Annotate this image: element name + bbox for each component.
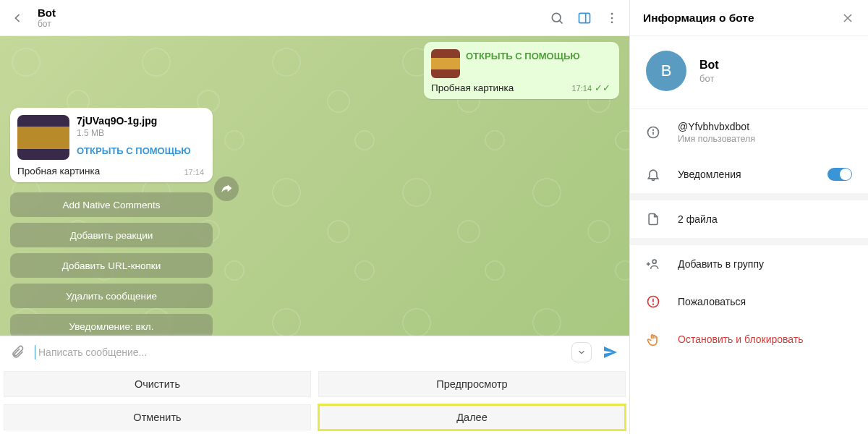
back-button[interactable]	[10, 11, 25, 25]
notifications-toggle[interactable]	[827, 168, 852, 181]
composer	[0, 336, 629, 367]
files-label: 2 файла	[678, 213, 852, 225]
info-icon	[646, 125, 662, 140]
svg-point-5	[611, 21, 613, 23]
add-to-group-row[interactable]: Добавить в группу	[630, 245, 868, 283]
message-time: 17:14	[184, 168, 204, 176]
message-caption: Пробная картинка	[17, 160, 205, 176]
svg-point-9	[652, 260, 656, 263]
svg-point-8	[653, 129, 654, 130]
message-time: 17:14	[571, 84, 592, 93]
file-thumbnail[interactable]	[431, 49, 460, 78]
avatar[interactable]: B	[646, 51, 686, 91]
sidebar-toggle-icon[interactable]	[577, 11, 592, 25]
svg-point-4	[611, 17, 613, 19]
bell-icon	[646, 167, 662, 182]
chat-header: Bot бот	[0, 0, 629, 36]
username-value: @Yfvbhvbxdbot	[678, 121, 852, 132]
file-thumbnail[interactable]	[17, 115, 69, 160]
action-notification[interactable]: Уведомление: вкл.	[10, 314, 213, 336]
action-add-comments[interactable]: Add Native Comments	[10, 192, 213, 217]
action-add-url-buttons[interactable]: Добавить URL-кнопки	[10, 253, 213, 278]
clear-button[interactable]: Очистить	[4, 371, 311, 397]
search-icon[interactable]	[550, 11, 564, 25]
info-panel: Информация о боте B Bot бот @Yfvbhvbxdbo…	[629, 0, 868, 434]
file-icon	[646, 212, 662, 226]
username-label: Имя пользователя	[678, 134, 852, 144]
svg-point-14	[653, 304, 654, 305]
files-row[interactable]: 2 файла	[630, 200, 868, 238]
attach-icon[interactable]	[10, 345, 25, 359]
forward-button[interactable]	[214, 176, 239, 201]
next-button[interactable]: Далее	[318, 404, 626, 430]
hand-icon	[646, 332, 662, 346]
commands-button[interactable]	[571, 342, 592, 362]
svg-point-0	[552, 13, 561, 22]
outgoing-message[interactable]: ОТКРЫТЬ С ПОМОЩЬЮ Пробная картинка 17:14…	[424, 42, 619, 99]
close-icon[interactable]	[841, 11, 855, 25]
username-row[interactable]: @Yfvbhvbxdbot Имя пользователя	[630, 109, 868, 156]
report-label: Пожаловаться	[678, 296, 852, 307]
notifications-row[interactable]: Уведомления	[630, 156, 868, 193]
message-input[interactable]	[35, 345, 561, 359]
chat-title: Bot	[38, 7, 550, 19]
read-checks-icon: ✓✓	[595, 82, 610, 93]
profile-subtitle: бот	[699, 73, 719, 84]
chat-body: ОТКРЫТЬ С ПОМОЩЬЮ Пробная картинка 17:14…	[0, 36, 629, 336]
svg-rect-1	[579, 13, 590, 22]
send-button[interactable]	[602, 344, 619, 361]
report-row[interactable]: Пожаловаться	[630, 283, 868, 320]
block-label: Остановить и блокировать	[678, 333, 852, 345]
action-add-reactions[interactable]: Добавить реакции	[10, 223, 213, 247]
svg-point-3	[611, 12, 613, 14]
alert-icon	[646, 294, 662, 309]
add-user-icon	[646, 257, 662, 271]
profile-name: Bot	[699, 59, 719, 72]
more-icon[interactable]	[605, 11, 619, 25]
info-header: Информация о боте	[643, 12, 754, 25]
action-delete-message[interactable]: Удалить сообщение	[10, 284, 213, 308]
chat-subtitle: бот	[38, 19, 550, 29]
incoming-message[interactable]: 7jUVaq9O-1g.jpg 1.5 MB ОТКРЫТЬ С ПОМОЩЬЮ…	[10, 108, 213, 182]
cancel-button[interactable]: Отменить	[4, 404, 311, 430]
add-group-label: Добавить в группу	[678, 258, 852, 270]
block-row[interactable]: Остановить и блокировать	[630, 320, 868, 358]
notifications-label: Уведомления	[678, 169, 812, 180]
preview-button[interactable]: Предпросмотр	[318, 371, 626, 397]
